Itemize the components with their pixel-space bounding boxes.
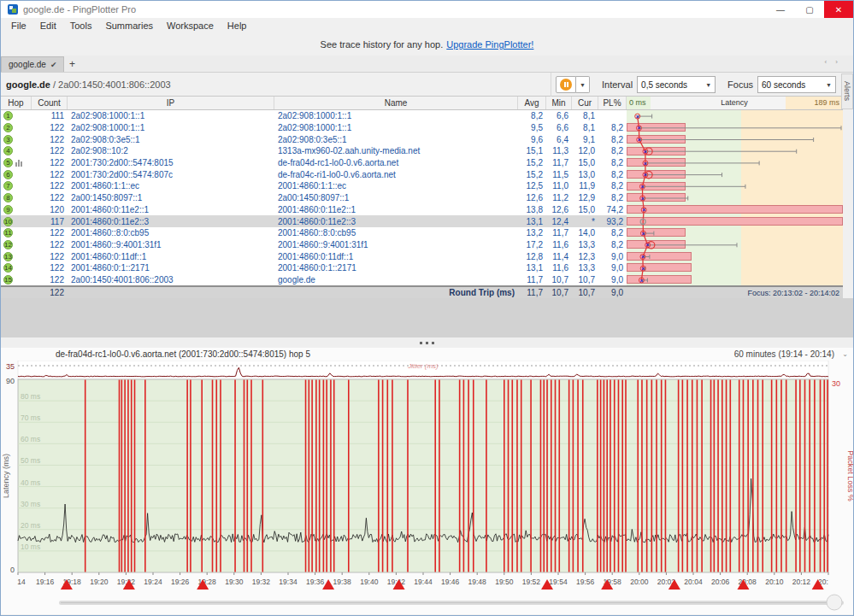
col-hop[interactable]: Hop xyxy=(1,97,32,109)
pl-cell: 8,2 xyxy=(598,123,627,132)
avg-cell: 17,2 xyxy=(518,240,546,249)
table-row-hop-11[interactable]: 111222001:4860::8:0:cb952001:4860::8:0:c… xyxy=(1,227,843,239)
latency-title: Latency xyxy=(627,98,842,107)
col-ip[interactable]: IP xyxy=(68,97,274,109)
col-name[interactable]: Name xyxy=(274,97,518,109)
menu-edit[interactable]: Edit xyxy=(33,19,63,32)
name-cell: 2a00:1450:8097::1 xyxy=(274,193,518,202)
close-button[interactable]: ✕ xyxy=(824,1,853,18)
menu-file[interactable]: File xyxy=(4,19,33,32)
packet-loss-bar xyxy=(627,182,686,191)
pl-cell: 8,2 xyxy=(598,170,627,179)
hop-table: Hop Count IP Name Avg Min Cur PL% 0 ms L… xyxy=(1,97,843,298)
panel-splitter[interactable] xyxy=(1,298,853,348)
table-row-hop-5[interactable]: 51222001:730:2d00::5474:8015de-fra04d-rc… xyxy=(1,157,843,169)
rt-cur: 10,7 xyxy=(572,288,598,297)
pl-cell: 93,2 xyxy=(598,217,627,226)
packet-loss-bar xyxy=(627,205,843,214)
hop-cell: 7 xyxy=(1,181,32,191)
hop-cell: 10 xyxy=(1,217,32,226)
table-row-hop-2[interactable]: 21222a02:908:1000:1::12a02:908:1000:1::1… xyxy=(1,122,843,134)
table-row-hop-7[interactable]: 71222001:4860:1:1::ec2001:4860:1:1::ec12… xyxy=(1,180,843,192)
table-row-hop-12[interactable]: 121222001:4860::9:4001:31f12001:4860::9:… xyxy=(1,239,843,251)
table-row-hop-15[interactable]: 151222a00:1450:4001:806::2003google.de11… xyxy=(1,274,843,286)
new-tab-button[interactable]: + xyxy=(64,56,80,72)
count-cell: 122 xyxy=(32,170,68,179)
packet-loss-bar xyxy=(627,275,692,284)
table-row-hop-9[interactable]: 91202001:4860:0:11e2::12001:4860:0:11e2:… xyxy=(1,204,843,216)
table-row-hop-4[interactable]: 41222a02:908::10:21313a-mx960-02.aah.uni… xyxy=(1,145,843,157)
min-cell: 12,4 xyxy=(546,217,572,226)
splitter-grip-icon[interactable] xyxy=(1,337,853,348)
cur-cell: 12,9 xyxy=(572,193,598,202)
hop-cell: 12 xyxy=(1,240,32,249)
hop-number-badge: 13 xyxy=(3,252,13,261)
min-cell: 6,6 xyxy=(546,123,572,132)
name-cell: de-fra04c-ri1-lo0-0.v6.aorta.net xyxy=(274,170,518,179)
focus-select[interactable]: 60 seconds▼ xyxy=(757,76,836,93)
interval-select[interactable]: 0,5 seconds▼ xyxy=(637,76,716,93)
ip-cell: 2001:4860:0:11e2::1 xyxy=(68,205,274,214)
chevron-down-icon[interactable]: ⌄ xyxy=(842,350,848,358)
upgrade-link[interactable]: Upgrade PingPlotter! xyxy=(446,39,533,50)
svg-text:19:26: 19:26 xyxy=(171,578,190,586)
col-count[interactable]: Count xyxy=(32,97,68,109)
tab-scroll-arrows[interactable]: ‹ › xyxy=(824,58,841,66)
avg-cell: 12,8 xyxy=(518,252,546,261)
ip-cell: 2a00:1450:8097::1 xyxy=(68,193,274,202)
min-cell: 6,4 xyxy=(546,135,572,144)
menu-help[interactable]: Help xyxy=(221,19,254,32)
table-row-hop-14[interactable]: 141222001:4860:0:1::21712001:4860:0:1::2… xyxy=(1,262,843,274)
pl-cell: 8,2 xyxy=(598,158,627,167)
tab-google-de[interactable]: google.de ✔ xyxy=(1,56,64,72)
col-avg[interactable]: Avg xyxy=(518,97,546,109)
avg-cell: 8,2 xyxy=(518,111,546,120)
pause-dropdown-button[interactable]: ▼ xyxy=(576,76,590,93)
latency-timeline-chart[interactable]: 35Jitter (ms)10 ms20 ms30 ms40 ms50 ms60… xyxy=(1,361,854,614)
col-pl[interactable]: PL% xyxy=(598,97,627,109)
table-row-hop-3[interactable]: 31222a02:908:0:3e5::12a02:908:0:3e5::19,… xyxy=(1,133,843,145)
packet-loss-bar xyxy=(627,263,692,272)
table-row-hop-10[interactable]: 101172001:4860:0:11e2::32001:4860:0:11e2… xyxy=(1,215,843,227)
maximize-button[interactable]: ▢ xyxy=(795,1,824,18)
latency-cell xyxy=(627,133,843,145)
latency-cell xyxy=(627,215,843,227)
cur-cell: 12,0 xyxy=(572,146,598,155)
cur-cell: * xyxy=(572,217,598,226)
table-row-hop-13[interactable]: 131222001:4860:0:11df::12001:4860:0:11df… xyxy=(1,250,843,262)
menu-bar: File Edit Tools Summaries Workspace Help xyxy=(1,18,853,33)
avg-cell: 13,2 xyxy=(518,228,546,238)
pause-button[interactable] xyxy=(556,76,576,93)
menu-workspace[interactable]: Workspace xyxy=(160,19,221,32)
time-range-selector[interactable]: 60 minutes (19:14 - 20:14) xyxy=(734,349,834,359)
table-header-row: Hop Count IP Name Avg Min Cur PL% 0 ms L… xyxy=(1,97,843,110)
timeline-title: de-fra04d-rc1-lo0-0.v6.aorta.net (2001:7… xyxy=(56,349,310,359)
min-cell: 11,3 xyxy=(546,146,572,155)
table-row-hop-8[interactable]: 81222a00:1450:8097::12a00:1450:8097::112… xyxy=(1,192,843,204)
col-latency[interactable]: 0 ms Latency 189 ms xyxy=(627,97,843,109)
ip-cell: 2001:4860:1:1::ec xyxy=(68,181,274,191)
col-cur[interactable]: Cur xyxy=(572,97,598,109)
hop-number-badge: 12 xyxy=(3,240,13,249)
col-min[interactable]: Min xyxy=(546,97,572,109)
rt-pl: 9,0 xyxy=(598,288,627,297)
ip-cell: 2001:4860:0:1::2171 xyxy=(68,263,274,273)
min-cell: 11,5 xyxy=(546,170,572,179)
rt-label: Round Trip (ms) xyxy=(274,288,518,297)
hop-cell: 5 xyxy=(1,158,32,167)
alerts-side-tab[interactable]: Alerts xyxy=(841,73,853,109)
minimize-button[interactable]: — xyxy=(766,1,795,18)
svg-text:40 ms: 40 ms xyxy=(21,478,40,487)
ip-cell: 2001:4860:0:11df::1 xyxy=(68,252,274,261)
table-row-hop-1[interactable]: 11112a02:908:1000:1::12a02:908:1000:1::1… xyxy=(1,110,843,122)
table-row-hop-6[interactable]: 61222001:730:2d00::5474:807cde-fra04c-ri… xyxy=(1,168,843,180)
trace-target: google.de / 2a00:1450:4001:806::2003 xyxy=(6,79,171,90)
latency-cell xyxy=(627,192,843,204)
svg-text:20 ms: 20 ms xyxy=(21,521,40,530)
menu-tools[interactable]: Tools xyxy=(63,19,99,32)
min-cell: 11,7 xyxy=(546,158,572,167)
ip-cell: 2001:730:2d00::5474:8015 xyxy=(68,158,274,167)
menu-summaries[interactable]: Summaries xyxy=(98,19,160,32)
count-cell: 122 xyxy=(32,275,68,285)
timeline-scroll-handle[interactable] xyxy=(827,595,842,610)
